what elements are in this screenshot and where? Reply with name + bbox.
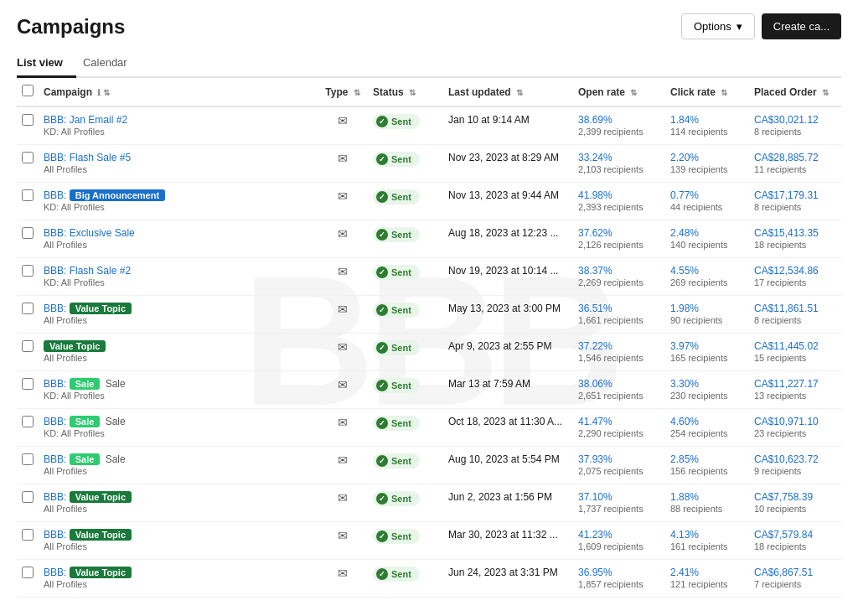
open-rate-value: 36.51%	[578, 303, 612, 314]
campaign-sub: All Profiles	[44, 315, 87, 325]
campaign-sub: KD: All Profiles	[44, 428, 105, 438]
table-header-row: Campaign ℹ ⇅ Type ⇅ Status ⇅ Last update…	[17, 78, 841, 106]
header-last-updated[interactable]: Last updated ⇅	[443, 78, 573, 106]
campaign-type-cell: ✉	[318, 183, 368, 220]
last-updated-cell: Jan 10 at 9:14 AM	[443, 106, 573, 145]
row-checkbox[interactable]	[22, 303, 34, 314]
placed-order-recipients: 10 recipients	[754, 504, 806, 514]
check-icon: ✓	[376, 531, 388, 542]
last-updated-cell: Mar 13 at 7:59 AM	[443, 371, 573, 409]
row-checkbox[interactable]	[22, 491, 34, 503]
tab-list-view[interactable]: List view	[17, 49, 76, 78]
click-rate-value: 2.20%	[670, 152, 699, 163]
row-checkbox-cell	[17, 371, 39, 409]
open-rate-cell: 37.62%2,126 recipients	[573, 220, 665, 258]
status-badge: ✓Sent	[373, 114, 420, 129]
check-icon: ✓	[376, 568, 388, 580]
click-rate-recipients: 114 recipients	[670, 127, 728, 137]
campaign-link[interactable]: BBB: Flash Sale #5	[44, 152, 313, 163]
campaign-link[interactable]: BBB: Sale Sale	[44, 416, 313, 427]
row-checkbox[interactable]	[22, 114, 34, 126]
options-button[interactable]: Options ▾	[681, 13, 755, 39]
row-checkbox[interactable]	[22, 529, 34, 541]
campaign-link[interactable]: BBB: Exclusive Sale	[44, 227, 313, 239]
header-type[interactable]: Type ⇅	[318, 78, 368, 106]
chevron-down-icon: ▾	[737, 20, 742, 33]
row-checkbox[interactable]	[22, 416, 34, 427]
placed-order-cell: CA$15,413.3518 recipients	[749, 220, 841, 258]
campaign-name-cell: BBB: Value TopicAll Profiles	[39, 296, 318, 334]
open-rate-value: 38.37%	[578, 265, 612, 277]
page-header: Campaigns Options ▾ Create ca...	[17, 13, 841, 39]
campaign-link[interactable]: BBB: Flash Sale #2	[44, 265, 313, 277]
open-rate-cell: 41.47%2,290 recipients	[573, 409, 665, 447]
open-rate-recipients: 1,609 recipients	[578, 541, 644, 551]
row-checkbox-cell	[17, 220, 39, 258]
header-click-rate[interactable]: Click rate ⇅	[665, 78, 749, 106]
campaign-link[interactable]: BBB: Sale Sale	[44, 378, 313, 390]
placed-order-recipients: 13 recipients	[754, 391, 806, 401]
select-all-checkbox[interactable]	[22, 85, 34, 96]
sort-icon-updated: ⇅	[516, 88, 523, 97]
row-checkbox-cell	[17, 106, 39, 145]
row-checkbox[interactable]	[22, 265, 34, 277]
create-campaign-button[interactable]: Create ca...	[762, 13, 841, 39]
header-open-rate[interactable]: Open rate ⇅	[573, 78, 665, 106]
row-checkbox[interactable]	[22, 567, 34, 578]
row-checkbox[interactable]	[22, 189, 34, 201]
open-rate-value: 37.22%	[578, 340, 612, 352]
header-placed-order[interactable]: Placed Order ⇅	[749, 78, 841, 106]
open-rate-recipients: 2,290 recipients	[578, 428, 644, 438]
last-updated-cell: Nov 19, 2023 at 10:14 ...	[443, 258, 573, 296]
campaign-type-cell: ✉	[318, 296, 368, 334]
sort-icon-status: ⇅	[409, 88, 416, 97]
header-campaign[interactable]: Campaign ℹ ⇅	[39, 78, 318, 106]
click-rate-value: 2.48%	[670, 227, 699, 239]
campaign-link[interactable]: BBB: Jan Email #2	[44, 114, 313, 126]
campaign-link[interactable]: BBB: Value Topic	[44, 567, 313, 578]
click-rate-cell: 3.30%230 recipients	[665, 371, 749, 409]
row-checkbox[interactable]	[22, 378, 34, 390]
tab-calendar[interactable]: Calendar	[76, 49, 141, 78]
click-rate-cell: 4.55%269 recipients	[665, 258, 749, 296]
table-row: BBB: Sale SaleKD: All Profiles✉✓SentOct …	[17, 409, 841, 447]
campaign-name-cell: BBB: Exclusive SaleAll Profiles	[39, 220, 318, 258]
campaign-link[interactable]: Value Topic	[44, 340, 313, 352]
placed-order-value: CA$11,227.17	[754, 378, 819, 390]
table-row: BBB: Flash Sale #5All Profiles✉✓SentNov …	[17, 145, 841, 183]
campaign-link[interactable]: BBB: Value Topic	[44, 491, 313, 503]
campaign-link[interactable]: BBB: Value Topic	[44, 529, 313, 541]
click-rate-recipients: 90 recipients	[670, 315, 722, 325]
campaign-type-cell: ✉	[318, 447, 368, 484]
sort-icon-openrate: ⇅	[630, 88, 637, 97]
click-rate-recipients: 254 recipients	[670, 428, 728, 438]
last-updated-cell: Aug 10, 2023 at 5:54 PM	[443, 447, 573, 484]
check-icon: ✓	[376, 116, 388, 127]
click-rate-cell: 2.85%156 recipients	[665, 447, 749, 484]
open-rate-cell: 38.06%2,651 recipients	[573, 371, 665, 409]
last-updated-cell: Jun 24, 2023 at 3:31 PM	[443, 560, 573, 598]
campaign-link[interactable]: BBB: Sale Sale	[44, 453, 313, 465]
click-rate-recipients: 230 recipients	[670, 391, 728, 401]
campaign-status-cell: ✓Sent	[368, 220, 443, 258]
row-checkbox[interactable]	[22, 152, 34, 163]
placed-order-value: CA$15,413.35	[754, 227, 819, 239]
row-checkbox[interactable]	[22, 340, 34, 352]
click-rate-recipients: 269 recipients	[670, 277, 728, 287]
row-checkbox[interactable]	[22, 453, 34, 465]
placed-order-cell: CA$30,021.128 recipients	[749, 106, 841, 145]
open-rate-recipients: 2,126 recipients	[578, 240, 644, 250]
status-badge: ✓Sent	[373, 152, 420, 167]
row-checkbox[interactable]	[22, 227, 34, 239]
table-row: BBB: Value TopicAll Profiles✉✓SentMay 13…	[17, 296, 841, 334]
row-checkbox-cell	[17, 183, 39, 220]
email-icon: ✉	[338, 152, 348, 165]
placed-order-recipients: 9 recipients	[754, 466, 801, 476]
campaign-link[interactable]: BBB: Value Topic	[44, 303, 313, 314]
table-row: BBB: Jan Email #2KD: All Profiles✉✓SentJ…	[17, 106, 841, 145]
campaign-sub: All Profiles	[44, 541, 87, 551]
email-icon: ✉	[338, 378, 348, 391]
campaign-link[interactable]: BBB: Big Announcement	[44, 189, 313, 201]
placed-order-value: CA$12,534.86	[754, 265, 819, 277]
header-status[interactable]: Status ⇅	[368, 78, 443, 106]
